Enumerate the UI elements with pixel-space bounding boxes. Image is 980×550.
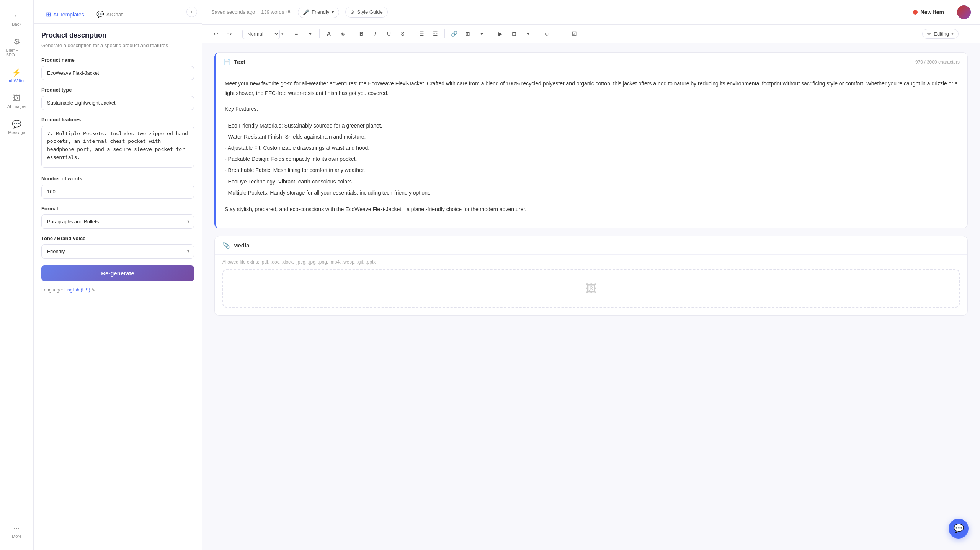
closing-paragraph: Stay stylish, prepared, and eco-consciou… [225,205,958,214]
sidebar-content: Product description Generate a descripti… [34,24,202,550]
media-section-title: Media [233,242,250,249]
tone-select-wrapper: Friendly Professional Casual ▾ [41,244,194,259]
message-icon: 💬 [12,119,21,129]
media-section: 📎 Media Allowed file extns: .pdf, .doc, … [214,236,968,316]
toolbar-divider-8 [537,29,537,38]
template-description: Generate a description for a specific pr… [41,42,194,49]
emoji-button[interactable]: ☺ [541,28,553,40]
feature-4: Packable Design: Folds compactly into it… [225,154,958,165]
editing-icon: ✏ [927,31,931,37]
saved-status: Saved seconds ago [211,9,255,15]
numbered-list-button[interactable]: ☲ [429,28,441,40]
language-edit-icon: ✎ [91,288,95,292]
toolbar-divider-6 [444,29,445,38]
nav-more[interactable]: ··· More [3,520,31,542]
feature-5: Breathable Fabric: Mesh lining for comfo… [225,165,958,176]
play-button[interactable]: ▶ [494,28,506,40]
template-title: Product description [41,31,194,39]
number-of-words-input[interactable] [41,185,194,199]
ai-writer-icon: ⚡ [12,68,21,77]
style-guide-button[interactable]: ⊙ Style Guide [345,7,387,18]
format-select[interactable]: Paragraphs and Bullets Paragraphs Bullet… [41,214,194,229]
user-avatar[interactable] [957,5,971,19]
toolbar-divider-4 [352,29,352,38]
indent-button[interactable]: ⊢ [554,28,567,40]
tone-label: Friendly [312,9,329,15]
ai-chat-tab-label: AIChat [106,11,123,18]
text-section-header: 📄 Text 970 / 3000 characters [216,53,967,71]
italic-button[interactable]: I [369,28,381,40]
bold-button[interactable]: B [355,28,368,40]
text-section-body[interactable]: Meet your new favorite go-to for all-wea… [216,71,967,228]
product-name-input[interactable] [41,66,194,80]
redo-button[interactable]: ↪ [224,28,236,40]
new-item-button[interactable]: New Item [906,6,951,18]
tone-emoji: 🎤 [303,9,309,15]
editing-chevron: ▾ [951,31,954,36]
strikethrough-button[interactable]: S [397,28,409,40]
editor-toolbar: ↩ ↪ Normal Heading 1 Heading 2 ▾ ≡ ▾ A ◈… [202,25,980,43]
align-down-button[interactable]: ▾ [304,28,316,40]
feature-3: Adjustable Fit: Customizable drawstrings… [225,142,958,154]
tab-ai-templates[interactable]: ⊞ AI Templates [40,6,90,23]
chat-bubble-button[interactable]: 💬 [949,519,969,539]
link-button[interactable]: 🔗 [448,28,460,40]
undo-button[interactable]: ↩ [210,28,222,40]
number-of-words-label: Number of words [41,176,194,182]
nav-message[interactable]: 💬 Message [3,116,31,139]
nav-brief-seo-label: Brief + SEO [6,48,28,57]
new-item-label: New Item [921,9,944,15]
text-style-select[interactable]: Normal Heading 1 Heading 2 [242,29,280,39]
nav-back[interactable]: ← Back [3,8,31,30]
embed-down-button[interactable]: ▾ [475,28,488,40]
ai-templates-tab-label: AI Templates [53,11,84,18]
format-label: Format [41,206,194,211]
style-guide-icon: ⊙ [350,9,354,15]
word-count-value: 139 words [261,9,284,15]
product-name-label: Product name [41,57,194,63]
align-button[interactable]: ≡ [290,28,302,40]
style-chevron: ▾ [281,31,284,36]
chat-bubble-icon: 💬 [954,524,964,534]
toolbar-more-button[interactable]: ⋯ [960,28,972,40]
collapse-sidebar-button[interactable]: ‹ [186,7,197,17]
tone-field: Tone / Brand voice Friendly Professional… [41,236,194,259]
embed-button[interactable]: ⊞ [462,28,474,40]
nav-ai-writer-label: AI Writer [8,79,25,83]
nav-ai-writer[interactable]: ⚡ AI Writer [3,64,31,87]
highlight-button[interactable]: ◈ [336,28,349,40]
format-field: Format Paragraphs and Bullets Paragraphs… [41,206,194,229]
ai-chat-tab-icon: 💬 [96,11,104,18]
tone-select[interactable]: Friendly Professional Casual [41,244,194,259]
style-guide-label: Style Guide [357,9,382,15]
product-features-input[interactable]: 7. Multiple Pockets: Includes two zipper… [41,126,194,168]
nav-message-label: Message [8,130,25,135]
media-section-icon: 📎 [222,242,230,249]
nav-ai-images[interactable]: 🖼 AI Images [3,90,31,113]
table-button[interactable]: ⊟ [508,28,520,40]
number-of-words-field: Number of words [41,176,194,199]
editing-badge[interactable]: ✏ Editing ▾ [922,29,959,39]
sidebar: ⊞ AI Templates 💬 AIChat ‹ Product descri… [34,0,202,550]
tone-badge[interactable]: 🎤 Friendly ▾ [298,7,339,18]
regenerate-button[interactable]: Re-generate [41,265,194,281]
editor-content: 📄 Text 970 / 3000 characters Meet your n… [202,43,980,550]
language-link[interactable]: English (US) [64,287,90,293]
nav-brief-seo[interactable]: ⚙ Brief + SEO [3,33,31,61]
toolbar-divider-5 [412,29,412,38]
text-color-button[interactable]: A [323,28,335,40]
checklist-button[interactable]: ☑ [568,28,580,40]
bullet-list-button[interactable]: ☰ [415,28,428,40]
underline-button[interactable]: U [383,28,395,40]
media-upload-area[interactable]: 🖼 [222,269,960,308]
editing-label: Editing [934,31,949,37]
table-down-button[interactable]: ▾ [522,28,534,40]
product-type-input[interactable] [41,96,194,110]
nav-ai-images-label: AI Images [7,104,26,109]
format-select-wrapper: Paragraphs and Bullets Paragraphs Bullet… [41,214,194,229]
features-heading: Key Features: [225,104,958,114]
tab-ai-chat[interactable]: 💬 AIChat [90,6,129,23]
product-features-field: Product features 7. Multiple Pockets: In… [41,117,194,169]
feature-1: Eco-Friendly Materials: Sustainably sour… [225,120,958,131]
brief-seo-icon: ⚙ [13,37,20,46]
